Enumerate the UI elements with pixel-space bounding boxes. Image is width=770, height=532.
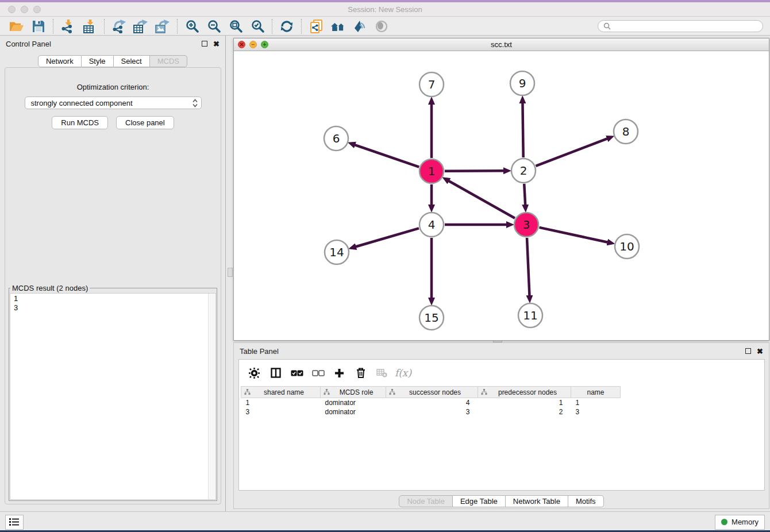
float-panel-icon[interactable] — [202, 41, 207, 47]
add-column-button[interactable] — [329, 362, 350, 384]
graph-edge-3-1[interactable] — [449, 181, 515, 218]
graph-node-14[interactable]: 14 — [325, 240, 349, 264]
zoom-selected-button[interactable] — [247, 18, 268, 35]
graph-node-4[interactable]: 4 — [419, 213, 444, 237]
optimization-criterion-label: Optimization criterion: — [5, 83, 221, 91]
graph-edge-3-11[interactable] — [527, 238, 529, 296]
graph-node-7[interactable]: 7 — [419, 72, 444, 97]
table-panel-tabs: Node Table Edge Table Network Table Moti… — [234, 495, 769, 507]
maximize-window-button[interactable] — [33, 6, 41, 13]
column-header-shared-name[interactable]: shared name — [241, 387, 321, 398]
graph-node-15[interactable]: 15 — [419, 306, 444, 330]
tab-motifs[interactable]: Motifs — [568, 495, 604, 507]
result-scrollbar[interactable] — [208, 294, 215, 499]
criterion-dropdown[interactable]: strongly connected component — [25, 97, 202, 109]
minimize-window-button[interactable] — [21, 6, 28, 13]
toolbar-separator — [272, 19, 272, 34]
table-row[interactable]: 1dominator411 — [241, 398, 621, 407]
search-input[interactable] — [614, 22, 757, 30]
import-table-button[interactable] — [79, 18, 101, 35]
export-image-button[interactable] — [152, 18, 174, 35]
close-panel-button[interactable]: Close panel — [116, 116, 174, 129]
graph-node-6[interactable]: 6 — [324, 126, 348, 151]
tab-node-table[interactable]: Node Table — [399, 495, 453, 507]
toolbar-separator — [53, 19, 53, 34]
graph-edge-2-3[interactable] — [524, 184, 525, 205]
graph-node-3[interactable]: 3 — [514, 213, 538, 237]
network-zoom-button[interactable]: + — [261, 41, 268, 48]
clone-network-button[interactable] — [305, 18, 327, 35]
mcds-result-text[interactable]: 1 3 — [10, 293, 216, 500]
network-close-button[interactable]: ✕ — [238, 41, 245, 48]
graph-edge-1-2[interactable] — [445, 171, 504, 171]
tab-edge-table[interactable]: Edge Table — [453, 495, 506, 507]
delete-table-icon — [376, 368, 387, 377]
network-minimize-button[interactable]: − — [249, 41, 257, 48]
mcds-result-lines: 1 3 — [14, 294, 18, 312]
function-builder-button[interactable]: f(x) — [392, 362, 414, 384]
mcds-result-title: MCDS result (2 nodes) — [10, 284, 90, 292]
graph-node-1[interactable]: 1 — [419, 159, 444, 183]
table-cell: 3 — [241, 407, 321, 417]
import-network-button[interactable] — [57, 18, 79, 35]
deselect-all-rows-button[interactable] — [307, 362, 329, 384]
task-history-button[interactable] — [5, 515, 24, 530]
birds-eye-view-button[interactable] — [371, 18, 392, 35]
tab-network[interactable]: Network — [38, 55, 82, 67]
export-table-button[interactable] — [130, 18, 152, 35]
zoom-fit-button[interactable] — [225, 18, 247, 35]
select-all-rows-button[interactable] — [286, 362, 307, 384]
node-label: 2 — [520, 164, 528, 178]
vertical-splitter-handle[interactable] — [228, 268, 233, 277]
column-header-predecessor-nodes[interactable]: predecessor nodes — [478, 387, 571, 398]
floppy-disk-icon — [32, 20, 45, 33]
import-network-icon — [61, 20, 75, 33]
global-search[interactable] — [598, 20, 763, 32]
node-label: 4 — [428, 218, 436, 232]
tab-select[interactable]: Select — [114, 55, 150, 67]
save-session-button[interactable] — [28, 18, 49, 35]
graph-node-2[interactable]: 2 — [511, 159, 536, 183]
graph-node-10[interactable]: 10 — [615, 234, 639, 259]
close-panel-icon[interactable]: ✖ — [213, 40, 220, 48]
show-columns-button[interactable] — [265, 362, 286, 384]
graph-node-9[interactable]: 9 — [510, 71, 534, 95]
network-overview-button[interactable] — [327, 18, 349, 35]
zoom-in-icon — [186, 20, 199, 33]
graph-edge-2-8[interactable] — [536, 138, 607, 166]
clone-network-icon — [310, 20, 323, 33]
tab-mcds[interactable]: MCDS — [150, 55, 187, 67]
mcds-result-group: MCDS result (2 nodes) 1 3 — [9, 284, 217, 501]
tab-network-table[interactable]: Network Table — [506, 495, 568, 507]
graph-edge-2-9[interactable] — [522, 103, 523, 157]
delete-table-button[interactable] — [371, 362, 392, 384]
tree-icon — [244, 389, 251, 395]
column-header-successor-nodes[interactable]: successor nodes — [386, 387, 478, 398]
graph-node-8[interactable]: 8 — [614, 119, 638, 144]
export-network-button[interactable] — [108, 18, 130, 35]
zoom-out-button[interactable] — [203, 18, 225, 35]
delete-column-button[interactable] — [350, 362, 371, 384]
tab-style[interactable]: Style — [82, 55, 114, 67]
column-header-name[interactable]: name — [571, 387, 621, 398]
table-settings-button[interactable] — [244, 362, 265, 384]
application-window: Session: New Session — [0, 0, 770, 532]
zoom-in-button[interactable] — [181, 18, 203, 35]
control-panel-title: Control Panel — [6, 40, 51, 48]
graph-node-11[interactable]: 11 — [518, 303, 542, 327]
close-window-button[interactable] — [8, 6, 16, 13]
toggle-graphics-details-button[interactable] — [349, 18, 371, 35]
apply-layout-button[interactable] — [276, 18, 298, 35]
export-network-icon — [112, 20, 126, 33]
column-header-mcds-role[interactable]: MCDS role — [321, 387, 386, 398]
run-mcds-button[interactable]: Run MCDS — [52, 116, 108, 129]
table-row[interactable]: 3dominator323 — [241, 407, 621, 417]
open-session-button[interactable] — [6, 18, 28, 35]
float-table-panel-icon[interactable] — [745, 348, 751, 354]
network-canvas[interactable]: 7968124314101511 — [234, 51, 769, 340]
graph-edge-3-10[interactable] — [539, 228, 607, 242]
graph-edge-4-14[interactable] — [356, 228, 419, 246]
close-table-panel-icon[interactable]: ✖ — [757, 348, 763, 355]
graph-edge-1-6[interactable] — [355, 145, 419, 167]
memory-button[interactable]: Memory — [715, 515, 765, 530]
